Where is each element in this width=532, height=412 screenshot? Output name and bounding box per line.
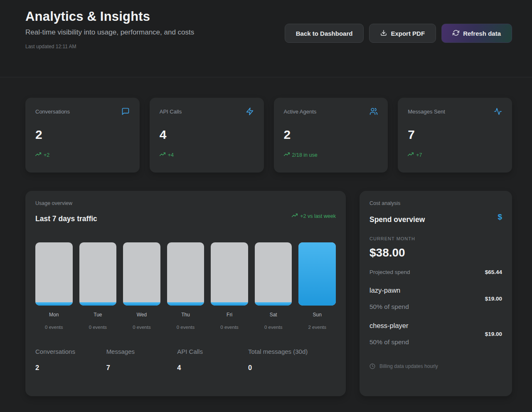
stat-card-conversations: Conversations 2 +2 (25, 98, 140, 173)
summary-value: 2 (35, 364, 106, 372)
refresh-data-button[interactable]: Refresh data (441, 24, 512, 43)
projected-spend-label: Projected spend (369, 269, 410, 275)
bar[interactable] (298, 242, 336, 306)
events-label: 0 events (79, 325, 117, 330)
agent-name: chess-player (369, 322, 409, 330)
usage-overview-card: Usage overview Last 7 days traffic +2 vs… (25, 191, 346, 396)
events-label: 0 events (255, 325, 292, 330)
stat-trend-text: 2/18 in use (292, 152, 318, 158)
stat-value: 2 (284, 128, 378, 142)
events-label: 0 events (123, 325, 160, 330)
day-label: Thu (167, 312, 204, 318)
usage-eyebrow: Usage overview (35, 200, 336, 206)
stat-card-messages-sent: Messages Sent 7 +7 (398, 98, 512, 173)
bar[interactable] (211, 242, 248, 306)
summary-value: 7 (106, 364, 177, 372)
day-label: Fri (211, 312, 248, 318)
summary-value: 4 (177, 364, 248, 372)
agent-amount: $19.00 (485, 296, 502, 302)
stats-row: Conversations 2 +2 API Calls 4 (25, 98, 512, 173)
agent-share: 50% of spend (369, 338, 409, 346)
page-title: Analytics & Insights (25, 9, 512, 24)
summary-api-calls: API Calls 4 (177, 348, 248, 372)
usage-trend-text: +2 vs last week (300, 213, 336, 219)
events-label: 0 events (211, 325, 248, 330)
day-label: Mon (35, 312, 73, 318)
usage-summary: Conversations 2 Messages 7 API Calls 4 T… (35, 348, 336, 372)
events-label: 2 events (298, 325, 336, 330)
day-label: Wed (123, 312, 160, 318)
stat-trend-text: +4 (168, 152, 174, 158)
bar-fill (35, 302, 73, 306)
users-icon (369, 107, 378, 117)
stat-card-active-agents: Active Agents 2 2/18 in use (274, 98, 388, 173)
summary-value: 0 (248, 364, 336, 372)
bar-column: Sun2 events (298, 242, 336, 330)
projected-spend-value: $65.44 (485, 269, 502, 275)
spend-amount: $38.00 (369, 246, 502, 259)
cost-title: Spend overview (369, 215, 425, 224)
last-updated-text: Last updated 12:11 AM (25, 44, 512, 49)
bar-column: Fri0 events (211, 242, 248, 330)
stat-label: Active Agents (284, 107, 317, 115)
bar-chart: Mon0 eventsTue0 eventsWed0 eventsThu0 ev… (35, 242, 336, 330)
day-label: Tue (79, 312, 117, 318)
summary-messages: Messages 7 (106, 348, 177, 372)
summary-total-messages: Total messages (30d) 0 (248, 348, 336, 372)
bar-fill (255, 302, 292, 306)
summary-label: API Calls (177, 348, 248, 355)
period-label: CURRENT MONTH (369, 236, 502, 241)
cost-analysis-card: Cost analysis Spend overview $ CURRENT M… (360, 191, 512, 396)
download-icon (380, 30, 387, 37)
stat-label: API Calls (160, 107, 182, 115)
activity-icon (494, 107, 502, 117)
stat-value: 7 (408, 128, 502, 142)
bar-column: Mon0 events (35, 242, 73, 330)
back-to-dashboard-button[interactable]: Back to Dashboard (285, 24, 364, 43)
stat-card-api-calls: API Calls 4 +4 (150, 98, 264, 173)
summary-label: Conversations (35, 348, 106, 355)
bar-column: Wed0 events (123, 242, 160, 330)
stat-value: 2 (35, 128, 130, 142)
stat-trend-text: +7 (416, 152, 422, 158)
dollar-icon: $ (498, 212, 502, 224)
events-label: 0 events (35, 325, 73, 330)
billing-footnote: Billing data updates hourly (379, 363, 438, 369)
trending-up-icon (35, 151, 41, 158)
events-label: 0 events (167, 325, 204, 330)
day-label: Sat (255, 312, 292, 318)
agent-amount: $19.00 (485, 331, 502, 337)
cost-eyebrow: Cost analysis (369, 200, 502, 206)
bar-fill (167, 302, 204, 306)
bar-fill (123, 302, 160, 306)
bar-column: Tue0 events (79, 242, 117, 330)
main-content: Conversations 2 +2 API Calls 4 (0, 98, 532, 396)
zap-icon (246, 107, 254, 117)
bar-fill (298, 242, 336, 306)
refresh-icon (453, 30, 459, 37)
stat-value: 4 (160, 128, 254, 142)
trending-up-icon (284, 151, 290, 158)
agent-spend-row: lazy-pawn 50% of spend $19.00 (369, 286, 502, 311)
agent-name: lazy-pawn (369, 286, 409, 294)
stat-label: Messages Sent (408, 107, 445, 115)
bar[interactable] (123, 242, 160, 306)
agent-share: 50% of spend (369, 303, 409, 311)
clock-icon (369, 363, 375, 369)
stat-label: Conversations (35, 107, 70, 115)
bar[interactable] (79, 242, 117, 306)
trending-up-icon (160, 151, 165, 158)
trending-up-icon (292, 212, 298, 220)
summary-conversations: Conversations 2 (35, 348, 106, 372)
summary-label: Messages (106, 348, 177, 355)
bar[interactable] (255, 242, 292, 306)
bar[interactable] (167, 242, 204, 306)
bar-fill (79, 302, 117, 306)
export-pdf-button[interactable]: Export PDF (369, 24, 436, 43)
bar[interactable] (35, 242, 73, 306)
back-button-label: Back to Dashboard (296, 30, 353, 37)
toolbar: Back to Dashboard Export PDF Refresh dat… (285, 24, 512, 43)
usage-title: Last 7 days traffic (35, 215, 97, 223)
chat-bubble-icon (121, 107, 130, 117)
bar-column: Sat0 events (255, 242, 292, 330)
